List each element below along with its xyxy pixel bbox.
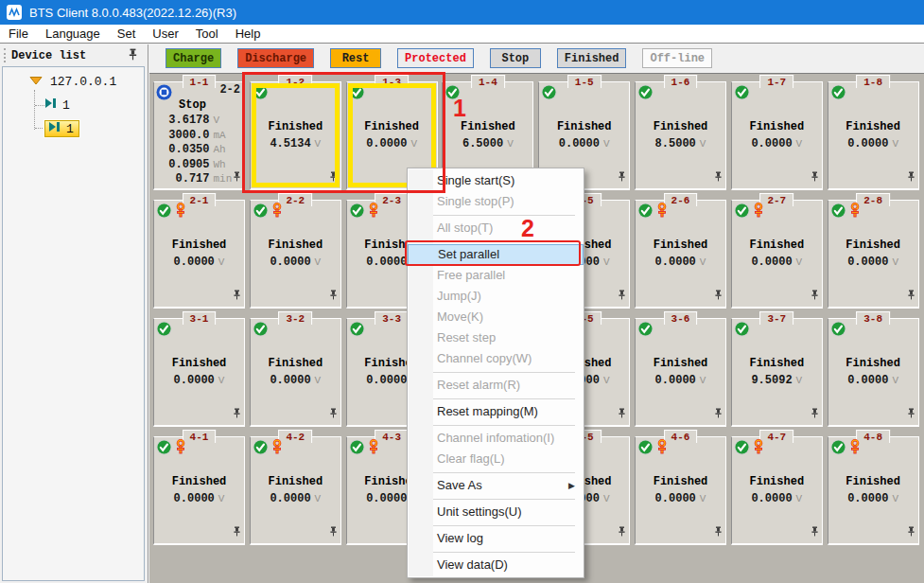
cell-pin-icon[interactable]	[907, 169, 915, 186]
cell-pin-icon[interactable]	[618, 524, 626, 541]
channel-cell-4-2[interactable]: 4-2Finished0.0000V	[250, 436, 341, 545]
context-menu-item-view-log[interactable]: View log	[408, 528, 584, 549]
channel-cell-2-2[interactable]: 2-2Finished0.0000V	[250, 200, 341, 309]
cell-pin-icon[interactable]	[811, 169, 819, 186]
cell-pin-icon[interactable]	[233, 524, 241, 541]
toolbar-button-finished[interactable]: Finished	[557, 48, 627, 68]
cell-pin-icon[interactable]	[618, 169, 626, 186]
expanded-triangle-icon[interactable]	[29, 75, 43, 89]
cell-pin-icon[interactable]	[233, 288, 241, 305]
voltage-value: 0.0000	[751, 256, 792, 269]
cell-pin-icon[interactable]	[618, 288, 626, 305]
cell-pin-icon[interactable]	[329, 524, 338, 541]
context-menu-item-view-data-d[interactable]: View data(D)	[408, 555, 584, 575]
voltage-value: 0.0000	[366, 492, 407, 505]
cell-center-block: Finished0.0000V	[251, 319, 340, 425]
channel-cell-3-6[interactable]: 3-6Finished0.0000V	[635, 318, 726, 427]
menu-item-help[interactable]: Help	[227, 25, 270, 44]
context-menu-item-set-parallel[interactable]: Set parallel	[408, 244, 584, 265]
channel-cell-4-7[interactable]: 4-7Finished0.0000V	[731, 436, 823, 545]
channel-cell-1-7[interactable]: 1-7Finished0.0000V	[731, 81, 823, 190]
tree-root-label: 127.0.0.1	[50, 75, 116, 89]
pin-icon[interactable]	[128, 48, 138, 64]
menu-item-language[interactable]: Language	[37, 25, 109, 44]
voltage-value: 0.0000	[270, 492, 310, 505]
menu-separator	[433, 472, 575, 473]
context-menu-item-single-start-s[interactable]: Single start(S)	[408, 170, 584, 191]
cell-voltage-row: 0.0000V	[847, 137, 898, 150]
context-menu-item-reset-step[interactable]: Reset step	[408, 327, 584, 348]
cell-pin-icon[interactable]	[714, 288, 723, 305]
title-bar[interactable]: BTS Client 8.0.0.483(2022.12.26)(R3)	[0, 0, 924, 25]
tree-root-device[interactable]: 127.0.0.1	[29, 75, 116, 89]
context-menu-item-all-stop-t[interactable]: All stop(T)	[408, 218, 584, 238]
context-menu-item-single-stop-p[interactable]: Single stop(P)	[408, 191, 584, 212]
channel-cell-4-1[interactable]: 4-1Finished0.0000V	[153, 436, 245, 545]
cell-reading-row: 3000.0mA	[163, 129, 236, 144]
channel-cell-2-6[interactable]: 2-6Finished0.0000V	[635, 200, 726, 309]
menu-item-tool[interactable]: Tool	[187, 25, 227, 44]
cell-pin-icon[interactable]	[907, 288, 915, 305]
cell-pin-icon[interactable]	[811, 288, 819, 305]
toolbar-button-off-line[interactable]: Off-line	[642, 48, 712, 68]
channel-cell-1-6[interactable]: 1-6Finished8.5000V	[635, 81, 726, 190]
toolbar-button-stop[interactable]: Stop	[490, 48, 541, 68]
cell-pin-icon[interactable]	[714, 524, 723, 541]
cell-center-block: Finished0.0000V	[828, 82, 918, 188]
menu-item-file[interactable]: File	[0, 25, 37, 44]
cell-pin-icon[interactable]	[811, 524, 819, 541]
voltage-value: 0.0000	[174, 256, 215, 269]
channel-cell-3-1[interactable]: 3-1Finished0.0000V	[153, 318, 245, 427]
cell-status-text: Finished	[846, 475, 900, 488]
channel-cell-1-1[interactable]: 1-12-2Stop3.6178V3000.0mA0.0350Ah0.0905W…	[153, 81, 245, 190]
context-menu-item-channel-copy-w[interactable]: Channel copy(W)	[408, 348, 584, 369]
tree-node-channel-group[interactable]: 1	[44, 120, 79, 137]
channel-cell-3-2[interactable]: 3-2Finished0.0000V	[250, 318, 341, 427]
context-menu-item-reset-alarm-r[interactable]: Reset alarm(R)	[408, 375, 584, 396]
cell-pin-icon[interactable]	[714, 406, 723, 423]
channel-cell-3-8[interactable]: 3-8Finished0.0000V	[828, 318, 919, 427]
channel-cell-1-8[interactable]: 1-8Finished0.0000V	[828, 81, 919, 190]
context-menu-item-move-k[interactable]: Move(K)	[408, 307, 584, 327]
toolbar-button-discharge[interactable]: Discharge	[237, 48, 314, 68]
context-menu-item-reset-mapping-m[interactable]: Reset mapping(M)	[408, 401, 584, 422]
cell-voltage-row: 0.0000V	[270, 492, 321, 505]
channel-cell-2-7[interactable]: 2-7Finished0.0000V	[731, 200, 823, 309]
cell-status-text: Finished	[749, 357, 804, 370]
context-menu-item-free-parallel[interactable]: Free parallel	[408, 265, 584, 286]
cell-pin-icon[interactable]	[714, 169, 723, 186]
channel-cell-1-2[interactable]: 1-2Finished4.5134V	[250, 81, 341, 190]
menu-item-user[interactable]: User	[144, 25, 186, 44]
cell-pin-icon[interactable]	[618, 406, 626, 423]
channel-cell-2-1[interactable]: 2-1Finished0.0000V	[153, 200, 245, 309]
context-menu-item-channel-infomation-i[interactable]: Channel infomation(I)	[408, 428, 584, 449]
toolbar-button-protected[interactable]: Protected	[397, 48, 474, 68]
channel-cell-3-7[interactable]: 3-7Finished9.5092V	[731, 318, 823, 427]
reading-value: 0.717	[175, 172, 209, 186]
menu-item-set[interactable]: Set	[109, 25, 145, 44]
cell-pin-icon[interactable]	[329, 169, 338, 186]
cell-pin-icon[interactable]	[233, 169, 241, 186]
channel-cell-4-6[interactable]: 4-6Finished0.0000V	[635, 436, 726, 545]
cell-pin-icon[interactable]	[811, 406, 819, 423]
cell-pin-icon[interactable]	[233, 406, 241, 423]
cell-pin-icon[interactable]	[907, 406, 915, 423]
device-list-header: Device list	[0, 44, 148, 66]
channel-cell-4-8[interactable]: 4-8Finished0.0000V	[828, 436, 919, 545]
context-menu-item-unit-settings-u[interactable]: Unit settings(U)	[408, 502, 584, 522]
channel-cell-2-8[interactable]: 2-8Finished0.0000V	[828, 200, 919, 309]
cell-pin-icon[interactable]	[329, 288, 338, 305]
context-menu-item-clear-flag-l[interactable]: Clear flag(L)	[408, 449, 584, 469]
tree-node-channel-group[interactable]: 1	[44, 97, 70, 113]
device-list-panel: Device list 127.0.0.111	[0, 44, 148, 583]
voltage-unit: V	[796, 493, 803, 504]
cell-pin-icon[interactable]	[329, 406, 338, 423]
context-menu-item-jump-j[interactable]: Jump(J)	[408, 286, 584, 307]
voltage-unit: V	[315, 138, 322, 150]
reading-unit: mA	[214, 129, 236, 144]
cell-pin-icon[interactable]	[907, 524, 915, 541]
toolbar-button-rest[interactable]: Rest	[330, 48, 381, 68]
toolbar-button-charge[interactable]: Charge	[166, 48, 221, 68]
panel-grip[interactable]	[4, 48, 6, 62]
context-menu-item-save-as[interactable]: Save As▶	[408, 475, 584, 496]
